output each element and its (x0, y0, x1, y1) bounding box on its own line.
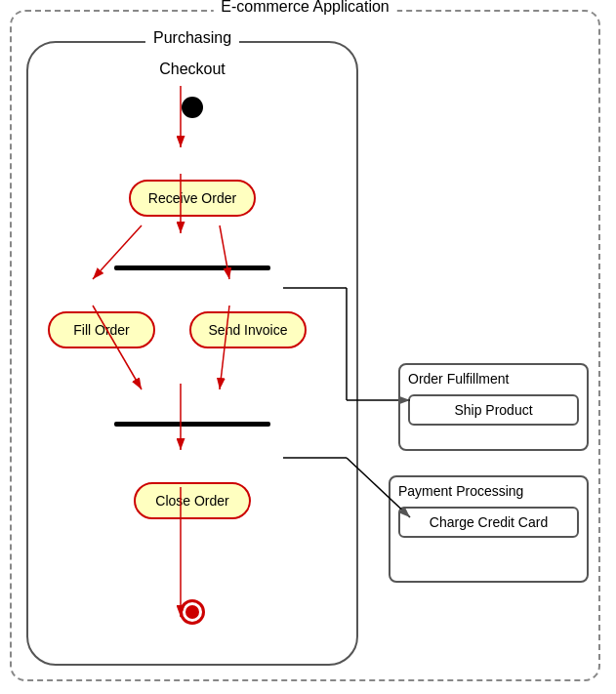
fork-bar-top (114, 265, 270, 270)
payment-processing-box: Payment Processing Charge Credit Card (389, 475, 589, 583)
checkout-label: Checkout (159, 61, 226, 78)
inner-title: Purchasing (145, 29, 239, 47)
receive-order-activity: Receive Order (129, 180, 256, 217)
outer-frame: E-commerce Application Purchasing Checko… (10, 10, 600, 681)
order-fulfillment-title: Order Fulfillment (400, 365, 587, 390)
fork-bar-bottom (114, 422, 270, 427)
order-fulfillment-box: Order Fulfillment Ship Product (398, 363, 589, 451)
initial-state (182, 97, 203, 118)
close-order-activity: Close Order (134, 482, 251, 519)
charge-credit-card-activity: Charge Credit Card (398, 507, 579, 538)
payment-processing-title: Payment Processing (390, 477, 587, 503)
send-invoice-activity: Send Invoice (189, 311, 307, 348)
final-state-inner (185, 605, 199, 619)
inner-frame: Purchasing Checkout Receive Order Fill O… (26, 41, 358, 666)
outer-title: E-commerce Application (213, 0, 397, 16)
ship-product-activity: Ship Product (408, 394, 579, 426)
final-state (180, 599, 205, 625)
fill-order-activity: Fill Order (48, 311, 155, 348)
